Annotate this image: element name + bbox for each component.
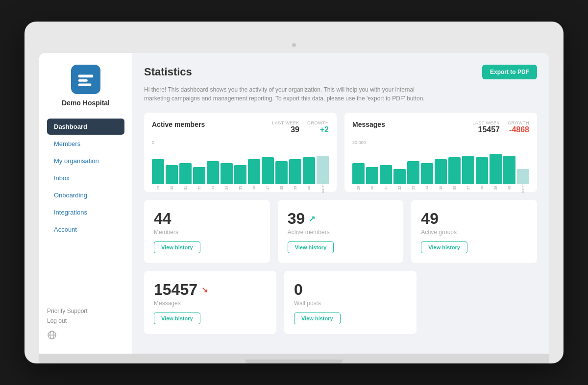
nav-item-integrations[interactable]: Integrations <box>47 204 124 220</box>
messages-stats: LAST WEEK 15457 GROWTH -4868 <box>472 120 529 134</box>
msg-label-38: 38 <box>480 182 484 194</box>
nav-item-account[interactable]: Account <box>47 221 124 238</box>
messages-view-history-button[interactable]: View history <box>154 313 200 324</box>
messages-growth-value: -4868 <box>508 125 529 134</box>
active-members-bars <box>152 146 329 185</box>
active-members-chart-area: 0 <box>152 140 329 184</box>
nav-link-organisation[interactable]: My organisation <box>47 153 124 169</box>
active-groups-label: Active groups <box>421 229 527 236</box>
nav-item-dashboard[interactable]: Dashboard <box>47 119 124 135</box>
nav-link-account[interactable]: Account <box>47 221 124 238</box>
label-40: 40 <box>307 182 311 194</box>
nav-link-dashboard[interactable]: Dashboard <box>47 119 124 135</box>
nav-link-members[interactable]: Members <box>47 136 124 152</box>
wall-posts-view-history-button[interactable]: View history <box>294 313 341 324</box>
nav-link-inbox[interactable]: Inbox <box>47 170 124 186</box>
label-current: current <box>321 182 324 194</box>
label-36: 36 <box>252 182 256 194</box>
msg-label-40: 40 <box>508 182 511 194</box>
messages-growth-label: GROWTH <box>508 120 529 125</box>
nav-link-integrations[interactable]: Integrations <box>47 204 124 220</box>
active-members-growth-value: +2 <box>307 125 329 134</box>
messages-bars <box>352 146 529 185</box>
active-members-y-zero: 0 <box>152 140 329 145</box>
msg-label-37: 37 <box>466 182 470 194</box>
messages-number: 15457 <box>154 281 197 299</box>
wall-posts-label: Wall posts <box>294 300 407 307</box>
label-33: 33 <box>211 182 215 194</box>
members-label: Members <box>154 229 260 236</box>
active-members-label: Active members <box>288 229 394 236</box>
msg-label-32: 32 <box>398 182 401 194</box>
screen-content: Demo Hospital Dashboard Members My organ… <box>39 53 549 354</box>
page-description: Hi there! This dashboard shows you the a… <box>144 85 438 103</box>
active-groups-stat-card: 49 Active groups View history <box>411 200 537 263</box>
nav-item-onboarding[interactable]: Onboarding <box>47 187 124 203</box>
priority-support-link[interactable]: Priority Support <box>47 308 124 314</box>
messages-last-week-value: 15457 <box>472 125 500 134</box>
msg-label-current: current <box>521 182 525 194</box>
messages-last-week-label: LAST WEEK <box>472 120 500 125</box>
bar-current <box>317 156 329 185</box>
active-groups-count: 49 <box>421 210 527 228</box>
bar-40 <box>303 157 315 184</box>
active-members-chart-header: Active members LAST WEEK 39 GROWTH +2 <box>152 120 329 134</box>
msg-label-33: 33 <box>412 182 415 194</box>
messages-growth: GROWTH -4868 <box>508 120 529 134</box>
nav-item-inbox[interactable]: Inbox <box>47 170 124 186</box>
bar-39 <box>289 159 301 184</box>
label-39: 39 <box>294 182 297 194</box>
bar-34 <box>220 163 233 184</box>
export-pdf-button[interactable]: Export to PDF <box>482 65 537 79</box>
empty-stat-slot <box>424 271 537 334</box>
bar-37 <box>262 157 274 184</box>
laptop-screen: Demo Hospital Dashboard Members My organ… <box>39 53 549 354</box>
msg-bar-39 <box>490 154 502 184</box>
laptop-base <box>39 354 549 363</box>
nav-item-organisation[interactable]: My organisation <box>47 153 124 169</box>
main-content: Statistics Export to PDF Hi there! This … <box>132 53 549 354</box>
active-members-number: 39 <box>288 210 305 228</box>
stats-row-2: 15457 ↘ Messages View history 0 Wall pos… <box>144 271 537 334</box>
active-members-chart-card: Active members LAST WEEK 39 GROWTH +2 <box>144 113 337 192</box>
logo-area: Demo Hospital <box>47 65 124 107</box>
active-members-trend-icon: ↗ <box>309 214 315 223</box>
active-members-count: 39 ↗ <box>288 210 394 228</box>
msg-label-35: 35 <box>439 182 442 194</box>
label-31: 31 <box>184 182 187 194</box>
nav-link-onboarding[interactable]: Onboarding <box>47 187 124 203</box>
msg-label-30: 30 <box>370 182 374 194</box>
label-34: 34 <box>225 182 228 194</box>
stats-row-1: 44 Members View history 39 ↗ Active memb… <box>144 200 537 263</box>
label-30: 30 <box>170 182 173 194</box>
active-members-view-history-button[interactable]: View history <box>288 241 334 253</box>
label-37: 37 <box>266 182 270 194</box>
messages-y-20000: 20,000 <box>352 140 529 145</box>
logout-link[interactable]: Log out <box>47 317 124 324</box>
msg-bar-40 <box>503 156 515 185</box>
active-groups-view-history-button[interactable]: View history <box>421 241 467 253</box>
nav-menu: Dashboard Members My organisation Inbox … <box>47 119 124 300</box>
active-members-chart-title: Active members <box>152 120 205 128</box>
active-members-last-week: LAST WEEK 39 <box>272 120 299 134</box>
charts-row: Active members LAST WEEK 39 GROWTH +2 <box>144 113 537 192</box>
members-stat-card: 44 Members View history <box>144 200 270 263</box>
active-members-growth: GROWTH +2 <box>307 120 329 134</box>
label-32: 32 <box>197 182 201 194</box>
members-number: 44 <box>154 210 172 228</box>
laptop-camera <box>39 36 549 53</box>
label-35: 35 <box>239 182 242 194</box>
msg-bar-37 <box>462 156 474 185</box>
label-29: 29 <box>156 182 160 194</box>
sidebar: Demo Hospital Dashboard Members My organ… <box>39 53 132 354</box>
globe-icon[interactable] <box>47 330 57 340</box>
msg-label-31: 31 <box>384 182 388 194</box>
msg-label-29: 29 <box>357 182 360 194</box>
nav-item-members[interactable]: Members <box>47 136 124 152</box>
svg-rect-0 <box>78 75 93 78</box>
org-name: Demo Hospital <box>62 99 110 107</box>
members-count: 44 <box>154 210 260 228</box>
messages-last-week: LAST WEEK 15457 <box>472 120 500 134</box>
members-view-history-button[interactable]: View history <box>154 241 200 253</box>
msg-bar-34 <box>421 163 433 184</box>
